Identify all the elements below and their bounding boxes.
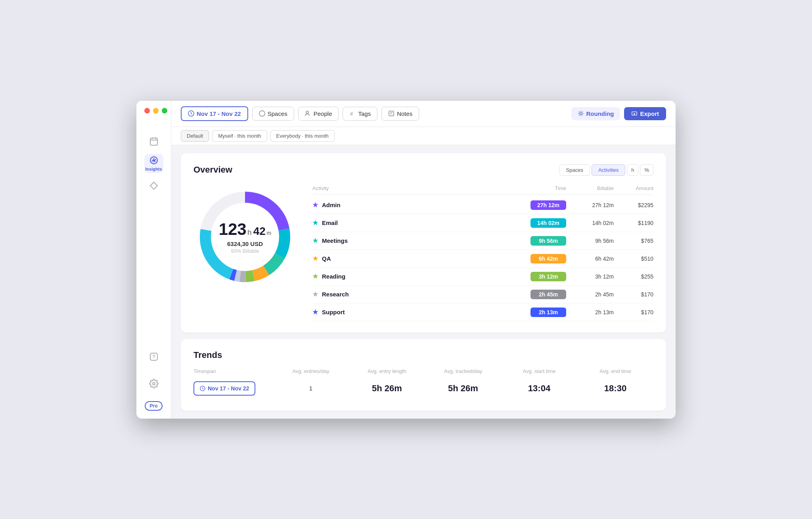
act-name-cell: ★ Meetings bbox=[312, 237, 503, 244]
col-billable: Billable bbox=[566, 185, 614, 191]
help-icon: ? bbox=[149, 352, 159, 361]
export-button[interactable]: Export bbox=[624, 107, 666, 120]
sidebar-item-help[interactable]: ? bbox=[144, 347, 163, 366]
sidebar-item-calendar[interactable] bbox=[144, 132, 163, 151]
trends-avg-tracked: 5h 26m bbox=[425, 383, 501, 394]
rounding-button[interactable]: Rounding bbox=[571, 107, 620, 120]
sidebar: Insights ? Pro bbox=[136, 101, 171, 419]
act-billable-cell: 14h 02m bbox=[566, 220, 614, 226]
date-range-button[interactable]: Nov 17 - Nov 22 bbox=[181, 106, 248, 121]
table-row: ★ QA 6h 42m 6h 42m $510 bbox=[312, 250, 653, 268]
diamond-icon bbox=[149, 181, 159, 190]
donut-h-label: h bbox=[247, 229, 252, 237]
donut-m-label: m bbox=[266, 230, 271, 236]
settings-icon bbox=[149, 379, 159, 388]
trends-card: Trends Timespan Avg. entries/day Avg. en… bbox=[181, 339, 666, 411]
svg-text:?: ? bbox=[152, 354, 155, 359]
tab-hours[interactable]: h bbox=[627, 164, 638, 176]
trends-date-button[interactable]: Nov 17 - Nov 22 bbox=[193, 381, 255, 396]
trends-col-tracked: Avg. tracked/day bbox=[425, 368, 501, 374]
sidebar-insights-label: Insights bbox=[145, 167, 162, 171]
col-amount: Amount bbox=[614, 185, 653, 191]
svg-point-9 bbox=[259, 111, 265, 116]
trends-col-timespan: Timespan bbox=[193, 368, 273, 374]
trends-avg-end: 18:30 bbox=[577, 383, 653, 394]
overview-title: Overview bbox=[193, 165, 232, 175]
col-time: Time bbox=[503, 185, 566, 191]
activities-rows: ★ Admin 27h 12m 27h 12m $2295 ★ Email 14… bbox=[312, 196, 653, 321]
table-row: ★ Meetings 9h 56m 9h 56m $765 bbox=[312, 232, 653, 250]
filter-myself[interactable]: Myself · this month bbox=[212, 130, 267, 142]
overview-card: Overview Spaces Activities h % bbox=[181, 153, 666, 333]
content-area: Overview Spaces Activities h % bbox=[171, 145, 676, 419]
star-icon: ★ bbox=[312, 308, 318, 316]
donut-hours: 123 bbox=[219, 220, 247, 239]
trends-data-row: Nov 17 - Nov 22 1 5h 26m 5h 26m 13:04 18… bbox=[193, 377, 653, 400]
trends-avg-start: 13:04 bbox=[501, 383, 577, 394]
act-amount-cell: $1190 bbox=[614, 220, 653, 226]
act-amount-cell: $510 bbox=[614, 256, 653, 262]
pro-badge[interactable]: Pro bbox=[145, 401, 162, 411]
minimize-button[interactable] bbox=[153, 108, 159, 113]
sidebar-item-tag[interactable] bbox=[144, 176, 163, 195]
filter-everybody[interactable]: Everybody · this month bbox=[270, 130, 335, 142]
act-name-cell: ★ QA bbox=[312, 255, 503, 262]
close-button[interactable] bbox=[144, 108, 150, 113]
topbar-left: Nov 17 - Nov 22 Spaces People bbox=[181, 106, 567, 121]
act-amount-cell: $765 bbox=[614, 238, 653, 244]
act-amount-cell: $170 bbox=[614, 309, 653, 315]
act-billable-cell: 2h 45m bbox=[566, 291, 614, 298]
sidebar-item-settings[interactable] bbox=[144, 374, 163, 393]
donut-usd: 6324,30 USD bbox=[219, 240, 272, 247]
topbar: Nov 17 - Nov 22 Spaces People bbox=[171, 101, 676, 127]
act-billable-cell: 3h 12m bbox=[566, 273, 614, 280]
rounding-gear-icon bbox=[578, 110, 584, 117]
trends-col-entries: Avg. entries/day bbox=[273, 368, 349, 374]
spaces-button[interactable]: Spaces bbox=[252, 107, 294, 121]
people-button[interactable]: People bbox=[298, 107, 339, 121]
star-icon: ★ bbox=[312, 219, 318, 227]
act-name-cell: ★ Research bbox=[312, 290, 503, 298]
overview-body: 123 h 42 m 6324,30 USD 93% Billable bbox=[193, 185, 653, 321]
donut-minutes: 42 bbox=[253, 225, 266, 238]
filter-default[interactable]: Default bbox=[181, 130, 209, 142]
spaces-icon bbox=[259, 110, 265, 117]
tab-activities[interactable]: Activities bbox=[592, 164, 625, 176]
sidebar-item-insights[interactable]: Insights bbox=[144, 154, 163, 173]
notes-button[interactable]: Notes bbox=[381, 107, 419, 121]
sidebar-bottom: ? Pro bbox=[144, 347, 163, 411]
trends-avg-entries: 1 bbox=[273, 385, 349, 392]
trends-avg-length: 5h 26m bbox=[349, 383, 425, 394]
trends-col-length: Avg. entry length bbox=[349, 368, 425, 374]
donut-chart: 123 h 42 m 6324,30 USD 93% Billable bbox=[193, 185, 297, 288]
tab-percent[interactable]: % bbox=[640, 164, 653, 176]
window-controls bbox=[144, 108, 167, 113]
act-name-cell: ★ Admin bbox=[312, 201, 503, 209]
overview-header: Overview Spaces Activities h % bbox=[193, 164, 653, 176]
trends-title: Trends bbox=[193, 350, 653, 360]
act-time-badge: 6h 42m bbox=[503, 254, 566, 263]
trends-col-start: Avg. start time bbox=[501, 368, 577, 374]
donut-center: 123 h 42 m 6324,30 USD 93% Billable bbox=[219, 220, 272, 254]
col-activity: Activity bbox=[312, 185, 503, 191]
act-time-badge: 2h 45m bbox=[503, 290, 566, 299]
tags-button[interactable]: # Tags bbox=[343, 107, 377, 121]
svg-rect-0 bbox=[150, 138, 157, 145]
table-row: ★ Reading 3h 12m 3h 12m $255 bbox=[312, 268, 653, 286]
trends-header: Timespan Avg. entries/day Avg. entry len… bbox=[193, 368, 653, 377]
tab-spaces[interactable]: Spaces bbox=[559, 164, 590, 176]
act-amount-cell: $170 bbox=[614, 291, 653, 298]
activities-table: Activity Time Billable Amount ★ Admin 27… bbox=[312, 185, 653, 321]
act-billable-cell: 2h 13m bbox=[566, 309, 614, 315]
act-name-cell: ★ Support bbox=[312, 308, 503, 316]
donut-billable: 93% Billable bbox=[219, 248, 272, 254]
filter-bar: Default Myself · this month Everybody · … bbox=[171, 127, 676, 145]
star-icon: ★ bbox=[312, 273, 318, 280]
maximize-button[interactable] bbox=[162, 108, 167, 113]
trends-date-range: Nov 17 - Nov 22 bbox=[193, 381, 273, 396]
svg-point-10 bbox=[306, 111, 308, 113]
people-icon bbox=[305, 110, 311, 117]
calendar-icon bbox=[149, 136, 159, 146]
tags-icon: # bbox=[349, 110, 356, 117]
star-icon: ★ bbox=[312, 255, 318, 262]
